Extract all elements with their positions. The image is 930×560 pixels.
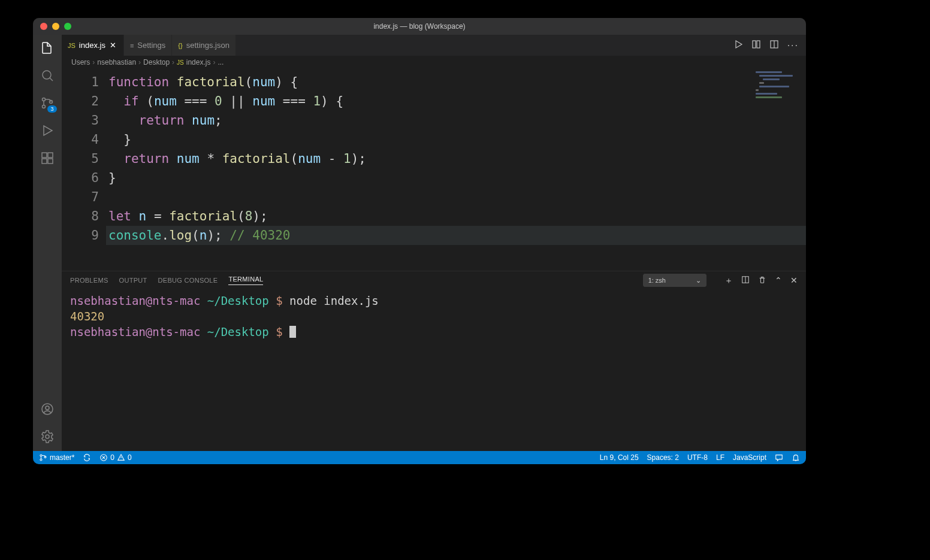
svg-point-9	[46, 406, 49, 410]
breadcrumbs[interactable]: Users›nsebhastian›Desktop›JSindex.js›...	[62, 56, 806, 69]
line-number: 5	[62, 149, 99, 168]
panel-tab-debug-console[interactable]: DEBUG CONSOLE	[158, 277, 218, 284]
editor-tab-2[interactable]: {}settings.json	[172, 35, 236, 56]
panel-tab-output[interactable]: OUTPUT	[119, 277, 147, 284]
vscode-window: index.js — blog (Workspace) 3	[33, 18, 806, 464]
line-number: 3	[62, 111, 99, 130]
panel-tabs: PROBLEMSOUTPUTDEBUG CONSOLETERMINAL 1: z…	[62, 271, 806, 289]
title-bar[interactable]: index.js — blog (Workspace)	[33, 18, 806, 35]
run-debug-icon[interactable]	[39, 122, 56, 139]
tab-label: index.js	[79, 41, 105, 50]
code-line[interactable]	[108, 187, 806, 207]
chevron-right-icon: ›	[138, 58, 141, 66]
code-line[interactable]: }	[108, 168, 806, 187]
svg-rect-12	[757, 41, 760, 48]
svg-rect-4	[42, 153, 47, 158]
code-editor[interactable]: 123456789 function factorial(num) { if (…	[62, 69, 806, 271]
terminal-selector[interactable]: 1: zsh ⌄	[643, 274, 706, 287]
close-panel-icon[interactable]: ✕	[790, 276, 798, 284]
tab-label: settings.json	[186, 41, 230, 50]
close-tab-icon[interactable]: ✕	[109, 41, 117, 50]
terminal[interactable]: nsebhastian@nts-mac ~/Desktop $ node ind…	[62, 289, 806, 451]
source-control-icon[interactable]: 3	[39, 95, 56, 111]
feedback-icon[interactable]	[775, 453, 783, 462]
svg-point-0	[43, 71, 51, 79]
encoding-status[interactable]: UTF-8	[687, 453, 708, 462]
breadcrumb-segment[interactable]: nsebhastian	[97, 58, 136, 66]
run-file-icon[interactable]	[733, 40, 743, 52]
split-compare-icon[interactable]	[751, 40, 761, 52]
chevron-right-icon: ›	[172, 58, 174, 66]
terminal-selector-label: 1: zsh	[648, 277, 666, 284]
js-file-icon: JS	[177, 59, 184, 66]
terminal-cursor	[289, 326, 296, 338]
accounts-icon[interactable]	[39, 401, 56, 417]
chevron-right-icon: ›	[213, 58, 215, 66]
svg-rect-11	[753, 41, 756, 48]
line-number: 7	[62, 187, 99, 207]
svg-rect-7	[48, 153, 53, 158]
terminal-line: nsebhastian@nts-mac ~/Desktop $	[70, 324, 798, 340]
search-icon[interactable]	[39, 67, 56, 84]
breadcrumb-segment[interactable]: ...	[218, 58, 224, 66]
editor-tab-1[interactable]: ≡Settings	[124, 35, 172, 56]
breadcrumb-segment[interactable]: Users	[71, 58, 90, 66]
maximize-panel-icon[interactable]: ⌃	[775, 276, 782, 284]
line-number: 2	[62, 92, 99, 111]
scm-badge: 3	[47, 105, 57, 113]
chevron-right-icon: ›	[92, 58, 95, 66]
more-actions-icon[interactable]: ···	[787, 40, 799, 51]
chevron-down-icon: ⌄	[696, 277, 701, 284]
breadcrumb-segment[interactable]: index.js	[186, 58, 211, 66]
settings-file-icon: ≡	[130, 42, 134, 49]
terminal-line: 40320	[70, 308, 798, 324]
minimap[interactable]	[756, 71, 804, 101]
split-terminal-icon[interactable]	[741, 276, 750, 285]
line-number: 8	[62, 207, 99, 226]
editor-tabs: JSindex.js✕≡Settings{}settings.json ···	[62, 35, 806, 56]
extensions-icon[interactable]	[39, 150, 56, 167]
window-title: index.js — blog (Workspace)	[33, 22, 806, 31]
js-file-icon: JS	[68, 42, 76, 49]
line-number: 9	[62, 226, 99, 245]
breadcrumb-segment[interactable]: Desktop	[143, 58, 170, 66]
kill-terminal-icon[interactable]	[758, 276, 766, 285]
code-line[interactable]: if (num === 0 || num === 1) {	[108, 92, 806, 111]
git-branch[interactable]: master*	[39, 453, 74, 462]
language-mode[interactable]: JavaScript	[733, 453, 766, 462]
code-line[interactable]: return num * factorial(num - 1);	[108, 149, 806, 168]
eol-status[interactable]: LF	[716, 453, 724, 462]
editor-tab-0[interactable]: JSindex.js✕	[62, 35, 124, 56]
panel-tab-terminal[interactable]: TERMINAL	[228, 276, 263, 285]
code-line[interactable]: console.log(n); // 40320	[106, 226, 806, 245]
code-content[interactable]: function factorial(num) { if (num === 0 …	[108, 69, 806, 271]
problems-status[interactable]: 0 0	[99, 453, 131, 462]
minimize-window-button[interactable]	[52, 23, 59, 30]
window-controls	[40, 23, 71, 30]
activity-bar: 3	[33, 35, 62, 451]
editor-actions: ···	[726, 35, 806, 56]
line-number: 6	[62, 168, 99, 187]
panel-tab-problems[interactable]: PROBLEMS	[70, 277, 108, 284]
svg-point-1	[43, 98, 46, 101]
code-line[interactable]: return num;	[108, 111, 806, 130]
code-line[interactable]: }	[108, 130, 806, 149]
svg-point-2	[43, 105, 46, 108]
line-number-gutter: 123456789	[62, 69, 108, 271]
code-line[interactable]: function factorial(num) {	[108, 72, 806, 92]
settings-gear-icon[interactable]	[39, 428, 56, 445]
status-bar: master* 0 0 Ln 9, Col 25 Spaces: 2 UTF-8…	[33, 451, 806, 464]
explorer-icon[interactable]	[39, 40, 56, 56]
cursor-position[interactable]: Ln 9, Col 25	[600, 453, 639, 462]
code-line[interactable]: let n = factorial(8);	[108, 207, 806, 226]
indentation-status[interactable]: Spaces: 2	[647, 453, 679, 462]
bottom-panel: PROBLEMSOUTPUTDEBUG CONSOLETERMINAL 1: z…	[62, 271, 806, 451]
new-terminal-icon[interactable]: ＋	[724, 276, 733, 284]
split-editor-icon[interactable]	[769, 40, 779, 52]
sync-status[interactable]	[83, 453, 91, 462]
zoom-window-button[interactable]	[64, 23, 71, 30]
svg-rect-5	[42, 159, 47, 164]
json-file-icon: {}	[178, 42, 182, 49]
close-window-button[interactable]	[40, 23, 47, 30]
notifications-icon[interactable]	[792, 453, 800, 462]
